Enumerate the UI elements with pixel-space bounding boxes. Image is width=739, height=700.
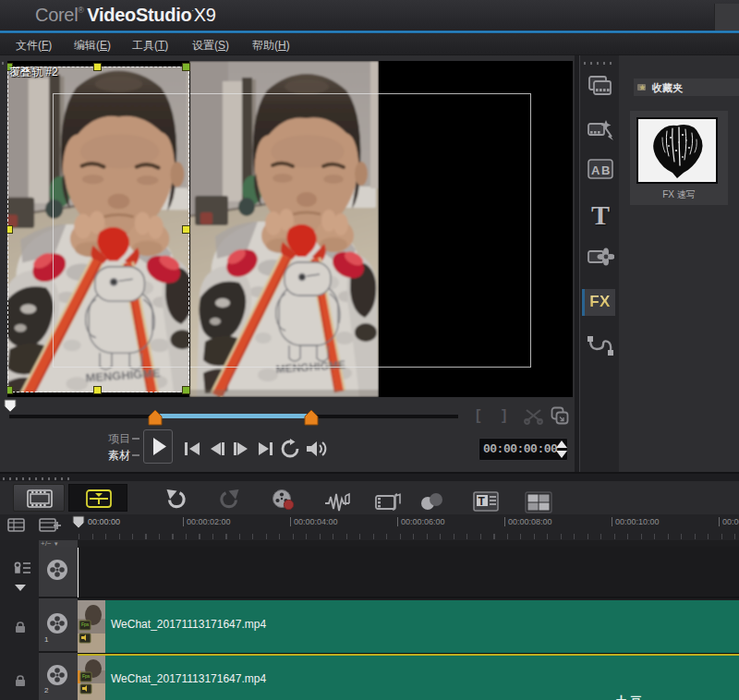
svg-text:Fps: Fps <box>82 673 91 679</box>
svg-text:B: B <box>601 163 610 177</box>
svg-text:Fps: Fps <box>81 622 90 627</box>
svg-text:A: A <box>591 163 600 177</box>
svg-text:T: T <box>479 495 486 508</box>
